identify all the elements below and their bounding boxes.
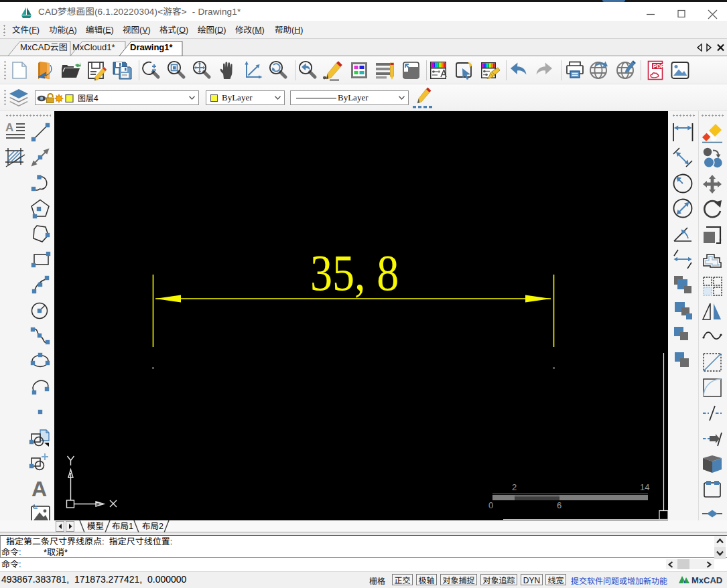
svg-text:0: 0 [488,500,493,510]
svg-text:PDF: PDF [653,63,665,70]
svg-text:A: A [5,121,13,134]
svg-text:6: 6 [557,500,561,510]
svg-text:14: 14 [640,482,649,492]
svg-text:2: 2 [512,482,517,492]
svg-text:A: A [31,477,47,500]
